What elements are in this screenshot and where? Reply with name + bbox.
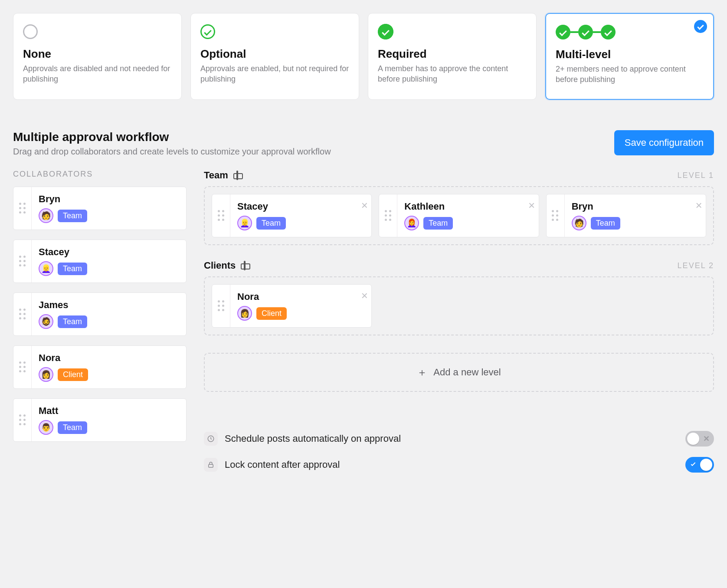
collaborator-card[interactable]: James🧔Team	[13, 292, 187, 336]
role-tag: Team	[423, 217, 453, 230]
collaborator-name: Nora	[39, 352, 179, 364]
drag-handle[interactable]	[212, 285, 230, 327]
avatar: 👱‍♀️	[237, 216, 252, 230]
workflow-title: Multiple approval workflow	[13, 130, 331, 144]
option-required[interactable]: Required A member has to approve the con…	[368, 13, 537, 100]
workflow-subtitle: Drag and drop collaborators and create l…	[13, 147, 331, 157]
add-level-label: Add a new level	[433, 367, 501, 378]
rename-icon[interactable]	[241, 261, 250, 270]
avatar: 👩	[39, 367, 53, 382]
level-name: Clients	[204, 260, 236, 271]
drag-handle[interactable]	[379, 194, 397, 237]
drag-handle[interactable]	[212, 194, 230, 237]
option-desc: Approvals are disabled and not needed fo…	[23, 63, 172, 85]
lock-icon	[204, 458, 218, 472]
drag-handle[interactable]	[13, 293, 32, 335]
avatar: 🧑	[572, 216, 586, 230]
approval-mode-options: None Approvals are disabled and not need…	[13, 13, 714, 100]
collaborator-card[interactable]: Kathleen👩‍🦰Team×	[379, 194, 539, 237]
avatar: 👱‍♀️	[39, 261, 53, 276]
drag-handle[interactable]	[547, 194, 565, 237]
remove-icon[interactable]: ×	[692, 194, 706, 237]
role-tag: Team	[591, 217, 620, 230]
collaborator-card[interactable]: Bryn🧑Team×	[546, 194, 706, 237]
collaborator-name: James	[39, 299, 179, 311]
option-title: None	[23, 47, 172, 61]
rename-icon[interactable]	[233, 171, 243, 180]
remove-icon[interactable]: ×	[357, 285, 371, 327]
remove-icon[interactable]: ×	[525, 194, 539, 237]
level-label: LEVEL 1	[678, 171, 714, 180]
level-name: Team	[204, 170, 228, 181]
option-none[interactable]: None Approvals are disabled and not need…	[13, 13, 182, 100]
avatar: 👩‍🦰	[404, 216, 419, 230]
option-desc: 2+ members need to approve content befor…	[556, 64, 704, 85]
drag-handle[interactable]	[13, 240, 32, 283]
role-tag: Team	[58, 421, 87, 434]
toggle-row-lock: Lock content after approval	[204, 457, 714, 473]
option-desc: A member has to approve the content befo…	[378, 63, 527, 85]
option-title: Required	[378, 47, 527, 61]
avatar: 🧑	[39, 208, 53, 223]
drag-handle[interactable]	[13, 346, 32, 388]
role-tag: Team	[58, 263, 87, 275]
toggle-schedule[interactable]: ✕	[685, 431, 714, 447]
options-toggles: Schedule posts automatically on approval…	[204, 431, 714, 473]
collaborators-heading: COLLABORATORS	[13, 170, 187, 179]
collaborator-name: Matt	[39, 405, 179, 417]
avatar: 👨	[39, 420, 53, 435]
role-tag: Client	[58, 368, 88, 381]
toggle-label: Schedule posts automatically on approval	[225, 433, 401, 444]
svg-rect-1	[209, 464, 213, 467]
level-section: TeamLEVEL 1Stacey👱‍♀️Team×Kathleen👩‍🦰Tea…	[204, 170, 714, 245]
toggle-lock[interactable]	[685, 457, 714, 473]
selected-check-icon	[694, 20, 707, 33]
option-desc: Approvals are enabled, but not required …	[200, 63, 349, 85]
option-optional[interactable]: Optional Approvals are enabled, but not …	[190, 13, 359, 100]
collaborator-card[interactable]: Nora👩Client	[13, 345, 187, 389]
option-title: Optional	[200, 47, 349, 61]
collaborator-name: Stacey	[237, 201, 350, 212]
collaborator-name: Bryn	[572, 201, 685, 212]
multi-check-icon	[556, 25, 616, 39]
drag-handle[interactable]	[13, 187, 32, 230]
avatar: 👩	[237, 306, 252, 321]
collaborator-name: Bryn	[39, 194, 179, 205]
avatar: 🧔	[39, 314, 53, 329]
role-tag: Team	[58, 315, 87, 328]
toggle-row-schedule: Schedule posts automatically on approval…	[204, 431, 714, 447]
role-tag: Team	[256, 217, 286, 230]
role-tag: Client	[256, 307, 287, 320]
collaborators-column: COLLABORATORS Bryn🧑TeamStacey👱‍♀️TeamJam…	[13, 170, 187, 473]
option-title: Multi-level	[556, 48, 704, 61]
checkmark-badge-icon	[378, 24, 393, 39]
collaborator-card[interactable]: Stacey👱‍♀️Team	[13, 240, 187, 283]
collaborator-name: Nora	[237, 291, 350, 302]
level-label: LEVEL 2	[678, 261, 714, 270]
level-dropzone[interactable]: Stacey👱‍♀️Team×Kathleen👩‍🦰Team×Bryn🧑Team…	[204, 186, 714, 245]
checkmark-outline-icon	[200, 24, 215, 39]
workflow-header: Multiple approval workflow Drag and drop…	[13, 130, 714, 157]
collaborator-name: Kathleen	[404, 201, 517, 212]
clock-icon	[204, 432, 218, 446]
ring-empty-icon	[23, 24, 38, 39]
remove-icon[interactable]: ×	[357, 194, 371, 237]
collaborator-card[interactable]: Matt👨Team	[13, 398, 187, 442]
level-section: ClientsLEVEL 2Nora👩Client×	[204, 260, 714, 335]
role-tag: Team	[58, 210, 87, 222]
save-configuration-button[interactable]: Save configuration	[614, 130, 714, 155]
collaborator-name: Stacey	[39, 246, 179, 258]
option-multilevel[interactable]: Multi-level 2+ members need to approve c…	[545, 13, 714, 100]
level-dropzone[interactable]: Nora👩Client×	[204, 276, 714, 335]
drag-handle[interactable]	[13, 399, 32, 441]
toggle-label: Lock content after approval	[225, 459, 340, 470]
plus-icon: ＋	[417, 365, 427, 379]
levels-column: TeamLEVEL 1Stacey👱‍♀️Team×Kathleen👩‍🦰Tea…	[204, 170, 714, 473]
add-level-button[interactable]: ＋ Add a new level	[204, 353, 714, 392]
collaborator-card[interactable]: Nora👩Client×	[212, 284, 372, 328]
collaborator-card[interactable]: Stacey👱‍♀️Team×	[212, 194, 372, 237]
collaborator-card[interactable]: Bryn🧑Team	[13, 187, 187, 230]
